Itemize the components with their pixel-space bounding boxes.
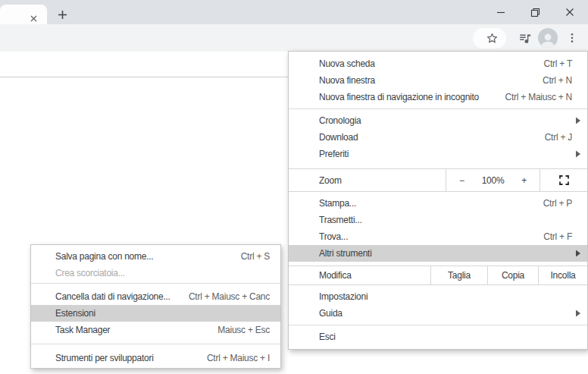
close-icon [30,15,37,22]
menu-item-shortcut: Ctrl + P [543,198,572,209]
new-tab-button[interactable] [56,8,68,20]
paste-button[interactable]: Incolla [538,266,587,284]
menu-item-label: Esci [319,332,572,342]
menu-item-label: Strumenti per sviluppatori [55,353,207,363]
menu-separator [31,283,280,284]
fullscreen-icon [559,175,569,185]
menu-item-impostazioni[interactable]: Impostazioni [289,288,587,305]
minimize-icon [496,8,505,17]
copy-button[interactable]: Copia [487,266,538,284]
media-controls-icon [518,31,532,45]
bookmark-button[interactable] [483,24,500,52]
zoom-label: Zoom [289,169,446,191]
star-icon [486,32,499,45]
menu-item-label: Nuova finestra [319,75,543,86]
menu-item-label: Download [319,132,545,143]
menu-item-shortcut: Maiusc + Esc [217,325,270,335]
menu-item-label: Nuova finestra di navigazione in incogni… [319,92,505,102]
menu-item-label: Altri strumenti [319,248,572,259]
three-dot-menu-icon [566,32,578,44]
menu-item-shortcut: Ctrl + S [241,251,270,262]
zoom-controls: − 100% + [446,169,540,191]
menu-item-zoom: Zoom − 100% + [289,168,587,192]
menu-item-shortcut: Ctrl + Maiusc + N [505,92,572,102]
menu-item-label: Task Manager [55,325,217,335]
submenu-item-strumenti-sviluppatori[interactable]: Strumenti per sviluppatori Ctrl + Maiusc… [31,350,280,366]
tools-submenu: Salva pagina con nome... Ctrl + S Crea s… [30,244,281,369]
menu-item-trova[interactable]: Trova... Ctrl + F [289,228,587,245]
close-window-button[interactable] [558,3,581,21]
submenu-arrow-icon [576,118,580,124]
browser-tab[interactable] [0,5,47,24]
menu-item-altri-strumenti[interactable]: Altri strumenti [289,245,587,262]
menu-item-nuova-scheda[interactable]: Nuova scheda Ctrl + T [289,55,587,72]
submenu-arrow-icon [576,151,580,158]
edit-label: Modifica [289,266,430,284]
toolbar [0,24,588,52]
browser-window: Nuova scheda Ctrl + T Nuova finestra Ctr… [0,0,588,374]
menu-item-shortcut: Ctrl + Maiusc + I [207,353,270,363]
menu-item-shortcut: Ctrl + F [543,231,572,242]
menu-item-cronologia[interactable]: Cronologia [289,112,587,129]
browser-menu: Nuova scheda Ctrl + T Nuova finestra Ctr… [288,51,588,350]
menu-item-label: Estensioni [55,308,270,319]
menu-item-label: Stampa... [319,198,543,209]
menu-item-download[interactable]: Download Ctrl + J [289,129,587,146]
menu-item-shortcut: Ctrl + N [543,75,572,86]
submenu-item-cancella-dati[interactable]: Cancella dati di navigazione... Ctrl + M… [31,288,280,305]
menu-item-stampa[interactable]: Stampa... Ctrl + P [289,195,587,212]
minimize-button[interactable] [489,3,512,21]
menu-item-nuova-finestra[interactable]: Nuova finestra Ctrl + N [289,72,587,89]
media-controls-button[interactable] [517,24,533,52]
menu-item-label: Cancella dati di navigazione... [55,291,189,302]
menu-item-shortcut: Ctrl + Maiusc + Canc [189,291,270,302]
menu-item-guida[interactable]: Guida [289,305,587,322]
zoom-value: 100% [482,175,505,186]
menu-item-esci[interactable]: Esci [289,328,587,345]
menu-item-nuova-finestra-incognito[interactable]: Nuova finestra di navigazione in incogni… [289,89,587,105]
menu-item-label: Trova... [319,231,543,242]
menu-item-label: Crea scorciatoia... [55,268,270,278]
menu-item-modifica: Modifica Taglia Copia Incolla [289,266,587,285]
zoom-out-button[interactable]: − [459,175,464,186]
menu-separator [289,325,587,325]
menu-item-preferiti[interactable]: Preferiti [289,146,587,162]
page-top-border [0,77,288,77]
menu-item-shortcut: Ctrl + J [545,132,572,143]
title-bar [0,0,588,24]
submenu-item-crea-scorciatoia: Crea scorciatoia... [31,265,280,281]
submenu-item-task-manager[interactable]: Task Manager Maiusc + Esc [31,322,280,338]
browser-menu-button[interactable] [565,24,580,52]
cut-button[interactable]: Taglia [430,266,487,284]
menu-separator [31,344,280,344]
menu-item-label: Preferiti [319,149,572,159]
menu-item-label: Nuova scheda [319,58,544,69]
menu-item-label: Trasmetti... [319,215,572,225]
restore-button[interactable] [524,3,546,21]
profile-button[interactable] [538,24,558,52]
fullscreen-button[interactable] [540,169,587,191]
submenu-arrow-icon [576,310,580,317]
menu-separator [289,108,587,109]
submenu-item-estensioni[interactable]: Estensioni [31,305,280,322]
close-icon [565,8,574,17]
menu-item-label: Cronologia [319,115,572,126]
menu-item-label: Impostazioni [319,291,572,302]
menu-item-trasmetti[interactable]: Trasmetti... [289,212,587,228]
tab-close-button[interactable] [29,14,38,23]
submenu-arrow-icon [576,250,580,257]
menu-item-shortcut: Ctrl + T [544,58,572,69]
plus-icon [58,10,67,20]
restore-icon [530,8,540,17]
zoom-in-button[interactable]: + [521,175,527,186]
menu-item-label: Salva pagina con nome... [55,251,241,262]
profile-avatar-icon [538,28,558,48]
submenu-item-salva-pagina[interactable]: Salva pagina con nome... Ctrl + S [31,248,280,265]
menu-item-label: Guida [319,308,572,319]
